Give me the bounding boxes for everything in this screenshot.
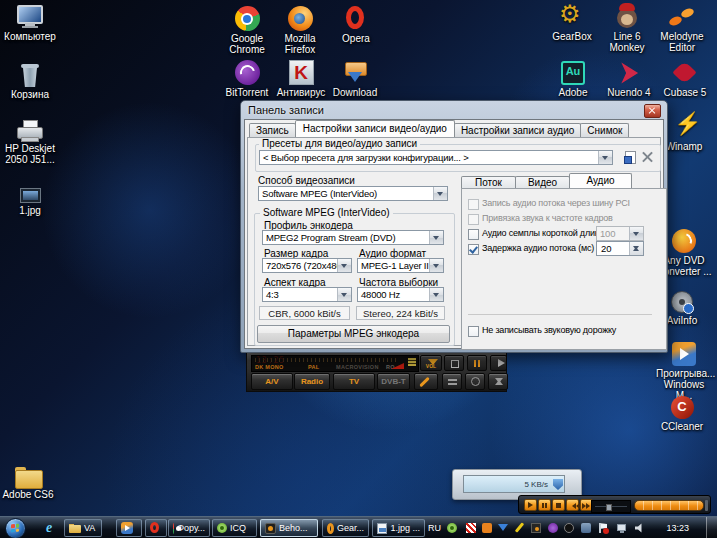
sync-framerate-checkbox[interactable]	[468, 214, 479, 225]
desktop-icon-nuendo[interactable]: Nuendo 4	[601, 58, 657, 98]
settings-button[interactable]	[414, 373, 438, 390]
play-button[interactable]	[490, 355, 507, 371]
tray-pencil-icon[interactable]	[515, 523, 525, 533]
tab-stream[interactable]: Поток	[461, 176, 516, 188]
taskbar-button-beholdtv[interactable]: Beho...	[260, 519, 318, 537]
source-dvbt-button[interactable]: DVB-T	[377, 373, 410, 390]
language-indicator[interactable]: RU	[428, 523, 441, 533]
desktop-icon-recycle-bin[interactable]: Корзина	[2, 60, 58, 100]
desktop-icon-line6-monkey[interactable]: Line 6 Monkey	[599, 2, 655, 53]
desktop-icon-computer[interactable]: Компьютер	[2, 2, 58, 42]
chevron-down-icon[interactable]	[429, 231, 443, 244]
audio-delay-spinner[interactable]: 20	[596, 241, 644, 256]
channel-updown-button[interactable]	[488, 373, 508, 390]
tab-audio-settings[interactable]: Настройки записи аудио	[454, 123, 581, 137]
volume-slider-knob[interactable]	[606, 504, 612, 511]
mini-player-bar	[518, 495, 711, 514]
chevron-down-icon[interactable]	[429, 259, 443, 272]
source-tv-button[interactable]: TV	[333, 373, 375, 390]
desktop-icon-1jpg[interactable]: 1.jpg	[2, 176, 58, 216]
sample-rate-combobox[interactable]: 48000 Hz	[357, 287, 444, 302]
tray-icq-icon[interactable]	[447, 523, 457, 533]
desktop-icon-ccleaner[interactable]: C CCleaner	[654, 392, 710, 432]
player-pause-button[interactable]	[538, 499, 551, 511]
player-play-button[interactable]	[524, 499, 537, 511]
tray-media-icon[interactable]	[564, 523, 574, 533]
desktop-icon-chrome[interactable]: Google Chrome	[219, 4, 275, 55]
frame-size-combobox[interactable]: 720x576 (720x480)	[262, 258, 352, 273]
delete-preset-icon[interactable]	[641, 151, 654, 164]
short-samples-checkbox[interactable]	[468, 229, 479, 240]
method-combobox[interactable]: Software MPEG (InterVideo)	[258, 186, 448, 201]
short-samples-combobox[interactable]: 100	[596, 226, 644, 241]
taskbar-button-opera[interactable]	[145, 519, 167, 537]
taskbar-button-1jpg[interactable]: 1.jpg ...	[372, 519, 425, 537]
tab-video-audio-settings[interactable]: Настройки записи видео/аудио	[295, 120, 455, 137]
menu-button[interactable]	[442, 373, 462, 390]
chevron-down-icon[interactable]	[337, 288, 351, 301]
chevron-down-icon[interactable]	[337, 259, 351, 272]
tab-record[interactable]: Запись	[249, 123, 296, 137]
taskbar-button-icq[interactable]: ICQ	[212, 519, 257, 537]
taskbar-button-gearbox[interactable]: Gear...	[322, 519, 369, 537]
stop-button[interactable]	[444, 355, 464, 371]
taskbar-button-va-folder[interactable]: VA	[64, 519, 102, 537]
desktop-icon-printer[interactable]: HP Deskjet 2050 J51...	[2, 114, 58, 165]
tray-bittorrent-icon[interactable]	[548, 523, 558, 533]
source-av-button[interactable]: A/V	[251, 373, 293, 390]
pci-audio-checkbox[interactable]	[468, 199, 479, 210]
taskbar-button-wmp[interactable]	[116, 519, 142, 537]
tray-beholdtv-icon[interactable]	[531, 523, 541, 533]
preset-combobox[interactable]: < Выбор пресета для загрузки конфигураци…	[259, 150, 613, 165]
timer-button[interactable]	[465, 373, 485, 390]
volume-button[interactable]: VOL	[420, 355, 442, 371]
pause-button[interactable]	[467, 355, 487, 371]
desktop-icon-download-master[interactable]: Download	[327, 58, 383, 98]
desktop-icon-firefox[interactable]: Mozilla Firefox	[272, 4, 328, 55]
toolbar-grip[interactable]	[705, 500, 708, 511]
tray-device-icon[interactable]	[581, 523, 591, 533]
dialog-titlebar[interactable]: Панель записи	[241, 101, 667, 119]
no-audio-track-checkbox[interactable]	[468, 326, 479, 337]
desktop-icon-melodyne[interactable]: Melodyne Editor	[654, 2, 710, 53]
player-stop-button[interactable]	[552, 499, 565, 511]
close-button[interactable]	[644, 104, 661, 118]
audio-delay-checkbox[interactable]	[468, 244, 479, 255]
player-progress-bar[interactable]	[634, 500, 704, 511]
tab-video[interactable]: Видео	[515, 176, 570, 188]
save-preset-icon[interactable]	[623, 151, 636, 164]
tray-kaspersky-icon[interactable]	[466, 523, 476, 533]
chevron-down-icon[interactable]	[429, 288, 443, 301]
desktop-icon-adobe-audition[interactable]: Au Adobe	[545, 58, 601, 98]
spinner-arrows-icon[interactable]	[629, 242, 643, 255]
tray-torrent-icon[interactable]	[482, 523, 492, 533]
tray-download-master-icon[interactable]	[498, 523, 508, 533]
audio-format-combobox[interactable]: MPEG-1 Layer II	[357, 258, 444, 273]
tray-volume-icon[interactable]	[635, 523, 645, 533]
source-radio-button[interactable]: Radio	[294, 373, 330, 390]
desktop-icon-opera[interactable]: Opera	[328, 4, 384, 44]
mpeg-params-button[interactable]: Параметры MPEG энкодера	[257, 325, 450, 343]
tray-network-icon[interactable]	[617, 523, 627, 533]
tab-snapshot[interactable]: Снимок	[580, 123, 629, 137]
tray-action-center-icon[interactable]	[598, 523, 608, 533]
desktop-icon-adobe-cs6[interactable]: Adobe CS6	[0, 460, 56, 500]
desktop-icon-bittorrent[interactable]: BitTorrent	[219, 58, 275, 98]
chevron-down-icon[interactable]	[433, 187, 447, 200]
desktop-icon-gearbox[interactable]: ⚙ GearBox	[544, 2, 600, 42]
show-desktop-button[interactable]	[706, 517, 717, 538]
ie-icon[interactable]: e	[46, 520, 52, 536]
desktop-icon-label: BitTorrent	[219, 87, 275, 98]
player-prev-button[interactable]	[566, 499, 579, 511]
taskbar-clock[interactable]: 13:23	[666, 523, 689, 533]
chevron-down-icon[interactable]	[629, 227, 643, 240]
desktop-icon-cubase[interactable]: Cubase 5	[657, 58, 713, 98]
profile-combobox[interactable]: MPEG2 Program Stream (DVD)	[262, 230, 444, 245]
tab-audio[interactable]: Аудио	[569, 173, 632, 188]
aspect-combobox[interactable]: 4:3	[262, 287, 352, 302]
start-button[interactable]	[5, 518, 26, 538]
ccleaner-icon: C	[671, 396, 694, 419]
chevron-down-icon[interactable]	[598, 151, 612, 164]
taskbar-button-chrome-forum[interactable]: Фору...	[168, 519, 210, 537]
desktop-icon-antivirus[interactable]: K Антивирус	[273, 58, 329, 98]
